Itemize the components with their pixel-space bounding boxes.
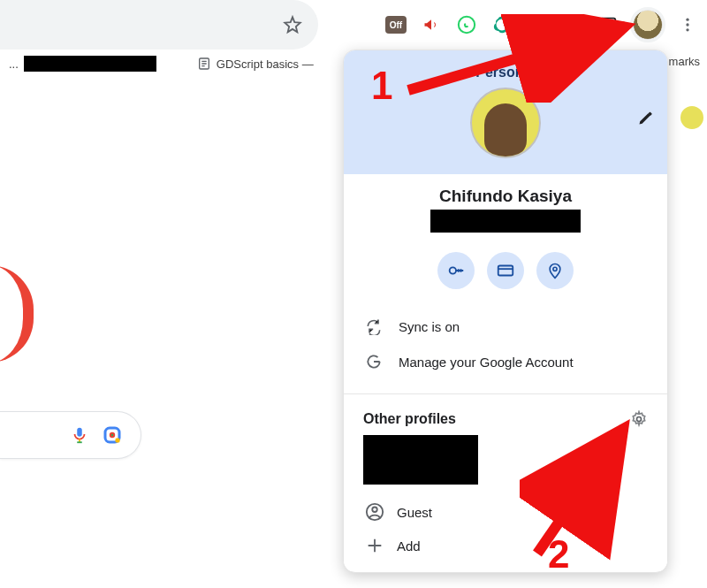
svg-point-7 [686,28,688,31]
page-icon [197,57,211,71]
bookmark-label: GDScript basics — [217,57,314,71]
redacted-text [24,56,156,72]
annotation-arrow-1 [399,14,647,103]
svg-point-14 [450,267,456,273]
svg-rect-9 [77,428,82,437]
annotation-number-1: 1 [371,64,392,108]
profile-menu-list: Sync is on Manage your Google Account [344,293,667,394]
addresses-chip[interactable] [536,252,574,289]
google-search-capsule[interactable] [0,411,141,459]
decorative-red-stroke [0,265,34,363]
peek-avatar [679,104,705,131]
pencil-icon [637,109,655,126]
svg-point-16 [553,267,557,271]
payments-chip[interactable] [487,252,524,289]
card-icon [496,261,515,280]
annotation-arrow-2 [520,412,661,562]
redacted-profile[interactable] [363,435,478,485]
guest-icon [365,502,384,522]
svg-point-5 [686,19,688,21]
passwords-chip[interactable] [437,252,475,289]
svg-rect-15 [498,266,513,276]
pin-icon [546,261,564,280]
bookmark-suffix: ... [9,57,19,71]
bookmark-star-icon[interactable] [283,15,302,34]
quick-chips-row [344,252,667,289]
manage-account-row[interactable]: Manage your Google Account [361,344,650,379]
svg-rect-12 [116,439,120,443]
key-icon [446,261,466,280]
other-bookmarks-fragment[interactable]: marks [669,50,707,68]
sync-row[interactable]: Sync is on [361,309,650,344]
svg-line-20 [408,27,626,90]
profile-display-name: Chifundo Kasiya [344,187,667,206]
lens-icon[interactable] [102,424,123,446]
redacted-email [430,210,581,233]
manage-account-label: Manage your Google Account [399,355,574,370]
svg-line-21 [537,428,624,554]
omnibox[interactable] [0,0,318,50]
bookmark-item-gdscript[interactable]: GDScript basics — [188,57,323,71]
kebab-menu-icon[interactable] [677,14,698,35]
svg-point-13 [111,434,113,436]
mic-icon[interactable] [70,425,89,445]
guest-label: Guest [397,505,432,520]
google-g-icon [365,353,383,370]
svg-point-6 [686,23,688,26]
sync-icon [365,317,383,335]
other-profiles-title: Other profiles [363,411,456,427]
edit-profile-button[interactable] [637,109,655,126]
plus-icon [365,536,384,555]
bookmark-item-redacted[interactable]: ... [0,56,165,72]
add-label: Add [397,538,421,554]
svg-point-19 [372,508,377,513]
sync-label: Sync is on [399,319,460,334]
